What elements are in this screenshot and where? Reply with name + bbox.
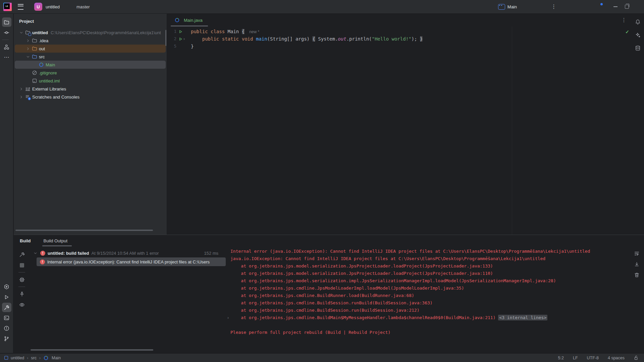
tree-item-src[interactable]: src xyxy=(14,53,167,61)
status-bar-right: 5:2 LF UTF-8 4 spaces xyxy=(558,355,639,360)
tree-item--gitignore[interactable]: .gitignore xyxy=(14,69,167,77)
file-encoding[interactable]: UTF-8 xyxy=(587,356,599,360)
build-tool-window: Build Build Output ! untitled: build fai… xyxy=(14,235,644,353)
run-gutter-icon[interactable] xyxy=(179,30,182,34)
console-line: at org.jetbrains.jps.model.serialization… xyxy=(230,262,629,270)
tree-item-main[interactable]: Main xyxy=(15,61,166,69)
build-error-row[interactable]: ! Internal error (java.io.IOException): … xyxy=(37,257,226,266)
fold-gutter-icon[interactable]: › xyxy=(227,314,229,321)
tree-item-label: .idea xyxy=(39,38,48,43)
breadcrumb-src[interactable]: src xyxy=(31,356,37,360)
console-text: at org.jetbrains.jps.model.serialization… xyxy=(230,263,493,268)
build-tree-horizontal-scrollbar[interactable] xyxy=(31,349,153,351)
terminal-tool-icon[interactable] xyxy=(2,313,11,322)
left-tool-stripe: ⋯ xyxy=(0,14,13,353)
minimize-button[interactable] xyxy=(610,2,621,11)
code-text: } xyxy=(191,43,194,50)
editor-tab-main-java[interactable]: Main.java xyxy=(170,14,209,26)
project-horizontal-scrollbar[interactable] xyxy=(15,230,153,231)
structure-tool-icon[interactable] xyxy=(2,42,11,52)
class-icon xyxy=(174,17,180,23)
breadcrumb-class[interactable]: Main xyxy=(52,356,61,360)
chevron-down-icon xyxy=(33,251,38,256)
build-output-tab[interactable]: Build Output xyxy=(42,235,72,246)
version-control-tool-icon[interactable] xyxy=(2,334,11,343)
build-result-row[interactable]: ! untitled: build failed At 9/15/2024 10… xyxy=(30,249,226,257)
run-tool-icon[interactable] xyxy=(2,292,11,302)
folder-excluded-icon xyxy=(32,46,37,52)
project-panel-title: Project xyxy=(19,19,34,24)
code-token: (String[] args) xyxy=(267,36,313,42)
tree-item-untitled[interactable]: untitledC:\Users\ElansPC\Desktop\Program… xyxy=(14,28,167,37)
soft-wrap-icon[interactable] xyxy=(633,249,641,257)
tree-indent-spacer xyxy=(25,70,31,75)
project-vertical-scrollbar[interactable] xyxy=(165,30,166,46)
indent-size[interactable]: 4 spaces xyxy=(608,356,625,360)
intellij-idea-window: IJ U untitled master Main ⋮ xyxy=(0,0,644,362)
code-editor[interactable]: 1public class Main {new *2› public stati… xyxy=(167,26,631,235)
stop-icon[interactable] xyxy=(17,260,26,270)
build-panel-header: Build Build Output xyxy=(14,235,644,246)
scroll-to-end-icon[interactable] xyxy=(633,260,641,268)
project-switcher[interactable]: untitled xyxy=(46,4,62,9)
breadcrumb-module[interactable]: untitled xyxy=(11,356,24,360)
project-panel-header[interactable]: Project xyxy=(14,14,167,28)
editor-area: Main.java ⋮ ✓ 1public class Main {new *2… xyxy=(167,14,644,235)
console-line xyxy=(230,321,629,329)
code-token: { xyxy=(242,29,245,34)
pin-icon[interactable] xyxy=(17,289,26,299)
code-token: .println( xyxy=(346,36,372,42)
settings-icon[interactable] xyxy=(17,275,26,284)
code-token: public class xyxy=(191,29,228,34)
tree-item--idea[interactable]: .idea xyxy=(14,37,167,45)
run-gutter-icon[interactable] xyxy=(179,37,182,41)
clear-icon[interactable] xyxy=(633,271,641,279)
project-tree: untitledC:\Users\ElansPC\Desktop\Program… xyxy=(14,28,167,101)
build-console[interactable]: Internal error (java.io.IOException): Ca… xyxy=(226,246,629,353)
tree-item-out[interactable]: out xyxy=(15,45,166,53)
fold-gutter-icon[interactable]: › xyxy=(183,35,185,43)
code-token: } xyxy=(191,44,194,49)
main-menu-icon[interactable] xyxy=(18,4,23,10)
restore-button[interactable] xyxy=(621,2,633,11)
code-with-me-button[interactable] xyxy=(571,2,581,11)
caret-position[interactable]: 5:2 xyxy=(558,356,564,360)
project-tool-icon[interactable] xyxy=(2,17,11,27)
tree-item-untitled-iml[interactable]: untitled.iml xyxy=(14,77,167,85)
commit-tool-icon[interactable] xyxy=(2,28,11,37)
more-actions-button[interactable]: ⋮ xyxy=(549,2,558,11)
console-text: at org.jetbrains.jps.cmdline.JpsModelLoa… xyxy=(230,286,464,291)
debug-button[interactable] xyxy=(538,2,547,11)
close-button[interactable] xyxy=(633,2,644,11)
tree-item-external-libraries[interactable]: External Libraries xyxy=(14,85,167,93)
services-tool-icon[interactable] xyxy=(2,282,11,291)
read-write-lock-icon[interactable] xyxy=(634,355,639,360)
breadcrumbs: untitled › src › Main xyxy=(4,355,61,361)
tree-item-scratches-and-consoles[interactable]: Scratches and Consoles xyxy=(14,93,167,101)
ai-assistant-icon[interactable] xyxy=(633,30,642,40)
console-text: at org.jetbrains.jps.model.serialization… xyxy=(230,278,556,283)
tree-item-label: src xyxy=(39,54,45,59)
run-configuration-selector[interactable]: Main xyxy=(498,4,519,10)
build-tool-icon[interactable] xyxy=(2,303,11,312)
build-icon[interactable] xyxy=(17,250,26,259)
run-button[interactable] xyxy=(526,2,536,11)
code-token: { xyxy=(312,36,315,42)
line-ending[interactable]: LF xyxy=(573,356,578,360)
editor-options-icon[interactable]: ⋮ xyxy=(621,17,627,23)
console-line: at org.jetbrains.jps.model.serialization… xyxy=(230,277,629,285)
notifications-icon[interactable] xyxy=(633,17,642,26)
title-bar-left: IJ U untitled master xyxy=(0,3,92,11)
settings-button[interactable] xyxy=(594,2,603,11)
preview-icon[interactable] xyxy=(17,300,26,309)
database-icon[interactable] xyxy=(633,43,642,53)
code-token xyxy=(191,36,202,42)
problems-tool-icon[interactable] xyxy=(2,323,11,333)
folded-lines-badge[interactable]: <3 internal lines> xyxy=(498,315,547,320)
project-avatar[interactable]: U xyxy=(34,3,42,11)
search-everywhere-button[interactable] xyxy=(583,2,592,11)
more-tool-icon[interactable]: ⋯ xyxy=(2,53,11,62)
git-branch-widget[interactable]: master xyxy=(74,4,92,9)
chevron-right-icon xyxy=(25,38,31,43)
class-icon xyxy=(38,62,44,68)
